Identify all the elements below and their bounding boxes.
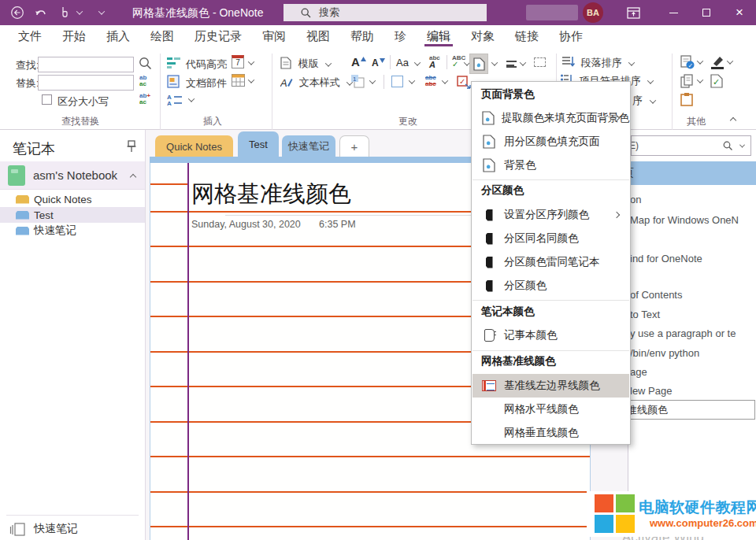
menubar-item-collaborate[interactable]: 协作	[549, 25, 593, 49]
replace-button[interactable]: abac	[139, 75, 146, 87]
highlighter-dropdown-icon[interactable]	[727, 57, 733, 64]
calendar-grid-button[interactable]	[232, 74, 245, 87]
web-check-button[interactable]: ✓	[680, 55, 695, 69]
page-list-item[interactable]: on	[630, 194, 641, 205]
page-list-item-selected[interactable]: 准线颜色	[629, 400, 755, 420]
page-list-item[interactable]: /bin/env python	[630, 347, 699, 359]
replace-all-button[interactable]: ab+ac	[139, 93, 150, 105]
doc-parts-button[interactable]	[167, 75, 180, 88]
page-list-item[interactable]: Map for Windows OneN	[630, 214, 739, 226]
quick-access-toolbar-chevron-icon[interactable]	[98, 8, 105, 14]
page-background-color-button[interactable]	[469, 54, 488, 74]
sidebar-section-quick-notes[interactable]: Quick Notes	[0, 191, 145, 207]
menubar-item-insert[interactable]: 插入	[96, 25, 140, 49]
menubar-item-review[interactable]: 审阅	[252, 25, 296, 49]
menu-item-grid-horizontal-line-color[interactable]: 网格水平线颜色	[472, 398, 629, 421]
sort-lines-button[interactable]: AA	[167, 94, 183, 105]
menu-item-section-color[interactable]: 分区颜色	[472, 274, 629, 298]
page-list-item[interactable]: y use a paragraph or te	[630, 327, 736, 339]
frame-dropdown-icon[interactable]	[409, 77, 415, 83]
menu-item-extract-color-fill[interactable]: 提取颜色来填充页面背景色	[472, 106, 629, 130]
calendar-grid-dropdown-icon[interactable]	[248, 76, 254, 83]
menubar-item-object[interactable]: 对象	[461, 25, 505, 49]
menu-item-background-color[interactable]: 背景色	[472, 153, 629, 177]
find-input[interactable]	[38, 57, 134, 72]
task-check-button[interactable]: ✓	[457, 76, 471, 89]
partial-sort-button[interactable]: 序	[632, 94, 655, 108]
template-button[interactable]: 模版	[280, 57, 331, 71]
copy-pages-button[interactable]	[680, 74, 694, 88]
menubar-item-file[interactable]: 文件	[8, 25, 52, 49]
tab-test[interactable]: Test	[238, 131, 279, 157]
strike-format-button[interactable]: abcabc	[425, 75, 436, 87]
paragraph-sort-button[interactable]: 段落排序	[562, 56, 634, 70]
tab-quick-notes-cn[interactable]: 快速笔记	[282, 135, 335, 157]
text-style-button[interactable]: A 文本样式	[280, 76, 352, 90]
page-list-item[interactable]: ind for OneNote	[630, 253, 702, 264]
change-case-button[interactable]: Aa	[396, 57, 409, 68]
line-spacing-button[interactable]	[506, 61, 517, 68]
sort-lines-dropdown-icon[interactable]	[188, 95, 195, 102]
spelling-button[interactable]: abcA	[429, 55, 440, 68]
match-case-checkbox[interactable]	[42, 94, 52, 105]
numbering-dropdown-icon[interactable]	[369, 77, 376, 83]
menu-item-set-section-sequence-colors[interactable]: 设置分区序列颜色	[472, 203, 629, 227]
menubar-item-view[interactable]: 视图	[296, 25, 340, 49]
page-list-item[interactable]: of Contents	[630, 289, 683, 301]
calendar-day-dropdown-icon[interactable]	[248, 58, 254, 65]
sidebar-section-test[interactable]: Test	[0, 207, 145, 223]
menu-item-baseline-left-border-color[interactable]: 基准线左边界线颜色	[472, 374, 629, 398]
frame-button[interactable]	[391, 76, 403, 87]
avatar[interactable]: BA	[583, 2, 603, 23]
shrink-font-button[interactable]: A	[372, 57, 385, 68]
tab-quick-notes[interactable]: Quick Notes	[155, 135, 233, 157]
menu-item-section-color-same-as-notebook[interactable]: 分区颜色雷同笔记本	[472, 250, 629, 274]
grow-font-button[interactable]: A	[351, 55, 366, 68]
quick-notes-footer-button[interactable]: 快速笔记	[0, 519, 145, 539]
pages-search-dropdown-icon[interactable]	[739, 142, 745, 148]
minimize-button[interactable]	[660, 0, 687, 25]
menubar-item-history[interactable]: 历史记录	[184, 25, 252, 49]
numbering-button[interactable]: 1	[351, 75, 365, 88]
code-highlight-button[interactable]	[167, 56, 181, 68]
menu-item-same-name-same-color[interactable]: 分区同名同颜色	[472, 227, 629, 250]
notebook-row[interactable]: asm's Notebook	[0, 161, 145, 190]
menubar-item-link[interactable]: 链接	[505, 25, 549, 49]
notebook-collapse-icon[interactable]	[130, 174, 136, 180]
line-spacing-dropdown-icon[interactable]	[520, 59, 526, 65]
highlighter-button[interactable]	[710, 56, 724, 69]
undo-button[interactable]	[32, 3, 50, 22]
back-button[interactable]	[8, 3, 27, 22]
page-background-dropdown-icon[interactable]	[491, 59, 498, 65]
collapse-ribbon-icon[interactable]	[730, 117, 736, 124]
menu-item-notebook-color[interactable]: 记事本颜色	[472, 324, 629, 347]
tab-add-section[interactable]: +	[339, 135, 369, 157]
strike-format-dropdown-icon[interactable]	[442, 77, 448, 83]
page-list-item[interactable]: age	[630, 366, 647, 378]
menu-item-grid-vertical-line-color[interactable]: 网格垂直线颜色	[472, 421, 629, 445]
maximize-button[interactable]	[693, 0, 720, 25]
page-list-item[interactable]: to Text	[630, 309, 660, 320]
menu-item-fill-page-with-section-color[interactable]: 用分区颜色填充页面	[472, 130, 629, 153]
sidebar-section-quick-notes-cn[interactable]: 快速笔记	[0, 223, 145, 239]
page-title[interactable]: 网格基准线颜色	[191, 179, 351, 210]
menubar-item-zhen[interactable]: 珍	[384, 25, 417, 49]
copy-pages-dropdown-icon[interactable]	[697, 76, 703, 83]
menubar-item-home[interactable]: 开始	[52, 25, 96, 49]
ribbon-display-options-button[interactable]	[624, 3, 643, 22]
pages-search-box[interactable]: E)	[631, 135, 751, 156]
pin-button[interactable]	[126, 140, 137, 153]
doc-check-button[interactable]: ✓	[710, 74, 723, 88]
menubar-item-draw[interactable]: 绘图	[140, 25, 184, 49]
border-box-button[interactable]	[534, 57, 546, 67]
replace-input[interactable]	[38, 75, 134, 91]
web-check-dropdown-icon[interactable]	[697, 57, 703, 64]
page-list-item[interactable]: lew Page	[630, 385, 672, 397]
calendar-day-button[interactable]: 7	[232, 55, 244, 68]
menubar-item-help[interactable]: 帮助	[340, 25, 384, 49]
clipboard-button[interactable]	[680, 92, 693, 106]
find-search-button[interactable]	[139, 57, 152, 70]
touch-mode-dropdown-icon[interactable]	[76, 8, 83, 14]
close-button[interactable]: ×	[726, 0, 753, 25]
menubar-item-edit[interactable]: 编辑	[417, 25, 461, 49]
